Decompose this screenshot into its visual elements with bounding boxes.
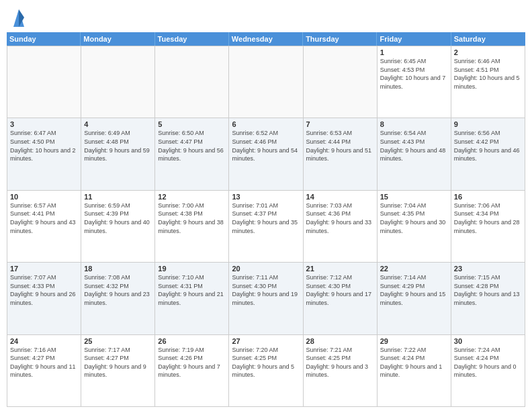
day-number: 1 xyxy=(380,48,448,56)
day-number: 19 xyxy=(158,265,226,273)
day-info: Sunrise: 6:54 AM Sunset: 4:43 PM Dayligh… xyxy=(380,129,448,163)
day-number: 5 xyxy=(158,120,226,128)
day-number: 18 xyxy=(84,265,152,273)
calendar-cell: 27Sunrise: 7:20 AM Sunset: 4:25 PM Dayli… xyxy=(229,335,303,407)
calendar-cell xyxy=(7,46,81,118)
calendar-cell: 6Sunrise: 6:52 AM Sunset: 4:46 PM Daylig… xyxy=(229,118,303,190)
day-number: 12 xyxy=(158,193,226,201)
day-number: 15 xyxy=(380,193,448,201)
day-info: Sunrise: 7:11 AM Sunset: 4:30 PM Dayligh… xyxy=(232,273,300,307)
day-info: Sunrise: 6:53 AM Sunset: 4:44 PM Dayligh… xyxy=(306,129,374,163)
calendar-cell: 4Sunrise: 6:49 AM Sunset: 4:48 PM Daylig… xyxy=(81,118,155,190)
calendar-row: 17Sunrise: 7:07 AM Sunset: 4:33 PM Dayli… xyxy=(7,263,525,334)
weekday-header: Saturday xyxy=(451,32,525,46)
calendar-cell: 19Sunrise: 7:10 AM Sunset: 4:31 PM Dayli… xyxy=(155,263,229,334)
day-info: Sunrise: 6:50 AM Sunset: 4:47 PM Dayligh… xyxy=(158,129,226,163)
day-number: 13 xyxy=(232,193,300,201)
calendar-cell: 20Sunrise: 7:11 AM Sunset: 4:30 PM Dayli… xyxy=(229,263,303,334)
calendar-cell: 5Sunrise: 6:50 AM Sunset: 4:47 PM Daylig… xyxy=(155,118,229,190)
day-number: 16 xyxy=(454,193,522,201)
calendar-cell: 23Sunrise: 7:15 AM Sunset: 4:28 PM Dayli… xyxy=(451,263,525,334)
day-info: Sunrise: 7:16 AM Sunset: 4:27 PM Dayligh… xyxy=(10,346,78,379)
calendar-row: 3Sunrise: 6:47 AM Sunset: 4:50 PM Daylig… xyxy=(7,118,525,190)
day-info: Sunrise: 6:57 AM Sunset: 4:41 PM Dayligh… xyxy=(10,201,78,235)
day-number: 22 xyxy=(380,265,448,273)
day-info: Sunrise: 7:22 AM Sunset: 4:24 PM Dayligh… xyxy=(380,346,448,379)
day-info: Sunrise: 6:59 AM Sunset: 4:39 PM Dayligh… xyxy=(84,201,152,235)
weekday-header: Sunday xyxy=(7,32,81,46)
day-number: 20 xyxy=(232,265,300,273)
day-info: Sunrise: 7:06 AM Sunset: 4:34 PM Dayligh… xyxy=(454,201,522,235)
calendar-page: SundayMondayTuesdayWednesdayThursdayFrid… xyxy=(0,0,532,411)
calendar-cell: 17Sunrise: 7:07 AM Sunset: 4:33 PM Dayli… xyxy=(7,263,81,334)
day-info: Sunrise: 7:15 AM Sunset: 4:28 PM Dayligh… xyxy=(454,273,522,307)
calendar-body: 1Sunrise: 6:45 AM Sunset: 4:53 PM Daylig… xyxy=(7,46,525,407)
calendar-cell: 15Sunrise: 7:04 AM Sunset: 4:35 PM Dayli… xyxy=(378,191,451,263)
day-number: 23 xyxy=(454,265,522,273)
day-info: Sunrise: 7:14 AM Sunset: 4:29 PM Dayligh… xyxy=(380,273,448,307)
logo xyxy=(11,8,26,27)
day-number: 8 xyxy=(380,120,448,128)
calendar-cell: 14Sunrise: 7:03 AM Sunset: 4:36 PM Dayli… xyxy=(304,191,378,263)
calendar-cell: 9Sunrise: 6:56 AM Sunset: 4:42 PM Daylig… xyxy=(451,118,525,190)
calendar-cell xyxy=(81,46,155,118)
calendar-cell: 11Sunrise: 6:59 AM Sunset: 4:39 PM Dayli… xyxy=(81,191,155,263)
day-number: 21 xyxy=(306,265,374,273)
day-info: Sunrise: 7:10 AM Sunset: 4:31 PM Dayligh… xyxy=(158,273,226,307)
day-number: 30 xyxy=(454,337,522,345)
calendar-cell: 29Sunrise: 7:22 AM Sunset: 4:24 PM Dayli… xyxy=(378,335,451,407)
day-info: Sunrise: 7:19 AM Sunset: 4:26 PM Dayligh… xyxy=(158,346,226,379)
calendar-cell xyxy=(155,46,229,118)
day-number: 4 xyxy=(84,120,152,128)
calendar-cell: 1Sunrise: 6:45 AM Sunset: 4:53 PM Daylig… xyxy=(378,46,451,118)
day-info: Sunrise: 6:47 AM Sunset: 4:50 PM Dayligh… xyxy=(10,129,78,163)
day-info: Sunrise: 7:20 AM Sunset: 4:25 PM Dayligh… xyxy=(232,346,300,379)
calendar-row: 1Sunrise: 6:45 AM Sunset: 4:53 PM Daylig… xyxy=(7,46,525,118)
day-info: Sunrise: 6:49 AM Sunset: 4:48 PM Dayligh… xyxy=(84,129,152,163)
calendar-header: SundayMondayTuesdayWednesdayThursdayFrid… xyxy=(7,32,525,46)
day-info: Sunrise: 6:46 AM Sunset: 4:51 PM Dayligh… xyxy=(454,57,522,91)
day-number: 29 xyxy=(380,337,448,345)
calendar-cell: 12Sunrise: 7:00 AM Sunset: 4:38 PM Dayli… xyxy=(155,191,229,263)
calendar-cell: 26Sunrise: 7:19 AM Sunset: 4:26 PM Dayli… xyxy=(155,335,229,407)
calendar-cell: 7Sunrise: 6:53 AM Sunset: 4:44 PM Daylig… xyxy=(304,118,378,190)
calendar-cell: 18Sunrise: 7:08 AM Sunset: 4:32 PM Dayli… xyxy=(81,263,155,334)
day-number: 25 xyxy=(84,337,152,345)
weekday-header: Wednesday xyxy=(229,32,303,46)
calendar-cell: 30Sunrise: 7:24 AM Sunset: 4:24 PM Dayli… xyxy=(451,335,525,407)
calendar-row: 10Sunrise: 6:57 AM Sunset: 4:41 PM Dayli… xyxy=(7,191,525,263)
weekday-header: Tuesday xyxy=(155,32,229,46)
day-info: Sunrise: 6:45 AM Sunset: 4:53 PM Dayligh… xyxy=(380,57,448,91)
day-number: 2 xyxy=(454,48,522,56)
day-number: 6 xyxy=(232,120,300,128)
day-info: Sunrise: 7:07 AM Sunset: 4:33 PM Dayligh… xyxy=(10,273,78,307)
day-number: 10 xyxy=(10,193,78,201)
weekday-header: Monday xyxy=(81,32,154,46)
day-info: Sunrise: 7:04 AM Sunset: 4:35 PM Dayligh… xyxy=(380,201,448,235)
calendar-cell: 2Sunrise: 6:46 AM Sunset: 4:51 PM Daylig… xyxy=(451,46,525,118)
day-info: Sunrise: 7:21 AM Sunset: 4:25 PM Dayligh… xyxy=(306,346,374,379)
day-number: 11 xyxy=(84,193,152,201)
day-number: 28 xyxy=(306,337,374,345)
calendar-cell: 3Sunrise: 6:47 AM Sunset: 4:50 PM Daylig… xyxy=(7,118,81,190)
page-header xyxy=(0,0,532,32)
day-info: Sunrise: 6:56 AM Sunset: 4:42 PM Dayligh… xyxy=(454,129,522,163)
day-number: 27 xyxy=(232,337,300,345)
weekday-header: Thursday xyxy=(303,32,377,46)
calendar-cell: 28Sunrise: 7:21 AM Sunset: 4:25 PM Dayli… xyxy=(304,335,378,407)
calendar-cell: 10Sunrise: 6:57 AM Sunset: 4:41 PM Dayli… xyxy=(7,191,81,263)
calendar-cell xyxy=(229,46,303,118)
day-info: Sunrise: 6:52 AM Sunset: 4:46 PM Dayligh… xyxy=(232,129,300,163)
day-number: 7 xyxy=(306,120,374,128)
calendar-cell: 25Sunrise: 7:17 AM Sunset: 4:27 PM Dayli… xyxy=(81,335,155,407)
logo-icon xyxy=(12,8,26,27)
day-info: Sunrise: 7:00 AM Sunset: 4:38 PM Dayligh… xyxy=(158,201,226,235)
day-info: Sunrise: 7:03 AM Sunset: 4:36 PM Dayligh… xyxy=(306,201,374,235)
day-number: 17 xyxy=(10,265,78,273)
day-number: 26 xyxy=(158,337,226,345)
calendar-cell: 16Sunrise: 7:06 AM Sunset: 4:34 PM Dayli… xyxy=(451,191,525,263)
calendar-cell: 21Sunrise: 7:12 AM Sunset: 4:30 PM Dayli… xyxy=(304,263,378,334)
weekday-header: Friday xyxy=(377,32,451,46)
day-info: Sunrise: 7:17 AM Sunset: 4:27 PM Dayligh… xyxy=(84,346,152,379)
calendar-cell: 13Sunrise: 7:01 AM Sunset: 4:37 PM Dayli… xyxy=(229,191,303,263)
